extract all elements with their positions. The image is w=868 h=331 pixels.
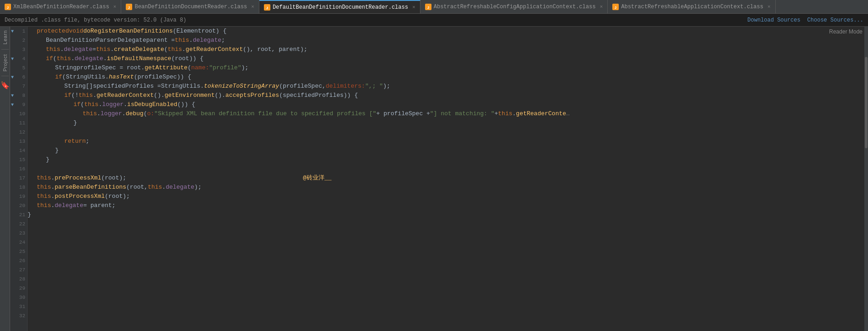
gutter-line-30: 30 — [10, 293, 27, 302]
sidebar-item-project[interactable]: Project — [1, 50, 9, 75]
code-line-4: if (this.delegate.isDefaultNamespace(roo… — [28, 54, 863, 63]
tab-abstractrefreshable[interactable]: J AbstractRefreshableApplicationContext.… — [608, 0, 775, 13]
code-line-11: } — [28, 118, 863, 128]
java-icon-2: J — [126, 4, 132, 10]
vertical-scrollbar[interactable] — [864, 27, 868, 331]
tab-beandocreader-close[interactable]: × — [251, 4, 254, 10]
reader-mode-label: Reader Mode — [829, 28, 862, 35]
gutter-line-8: ▼ 8 — [10, 91, 27, 100]
info-bar: Decompiled .class file, bytecode version… — [0, 14, 868, 27]
choose-sources-link[interactable]: Choose Sources... — [807, 17, 863, 23]
gutter-line-14: 14 — [10, 146, 27, 155]
gutter-line-28: 28 — [10, 275, 27, 284]
gutter-line-5: 5 — [10, 63, 27, 73]
code-line-9: if (this.logger.isDebugEnabled()) { — [28, 100, 863, 109]
code-line-10: this.logger.debug( o: "Skipped XML bean … — [28, 109, 863, 118]
code-editor[interactable]: Reader Mode protected void doRegisterBea… — [28, 27, 868, 331]
gutter-line-24: 24 — [10, 238, 27, 247]
gutter-line-27: 27 — [10, 265, 27, 275]
tab-abstractrefreshable-label: AbstractRefreshableApplicationContext.cl… — [621, 4, 763, 10]
code-line-12 — [28, 128, 863, 137]
code-line-1: protected void doRegisterBeanDefinitions… — [28, 27, 863, 36]
code-line-3: this.delegate = this.createDelegate(this… — [28, 45, 863, 54]
tab-abstractrefreshable-config-close[interactable]: × — [600, 4, 603, 10]
tab-abstractrefreshable-config[interactable]: J AbstractRefreshableConfigApplicationCo… — [420, 0, 608, 13]
gutter-line-15: 15 — [10, 155, 27, 164]
gutter-line-11: 11 — [10, 118, 27, 128]
panel-sep-1 — [1, 49, 9, 50]
svg-text:J: J — [427, 6, 429, 10]
gutter-line-32: 32 — [10, 311, 27, 320]
code-line-20: this.delegate = parent; — [28, 201, 863, 210]
svg-text:J: J — [7, 6, 9, 10]
info-bar-actions: Download Sources Choose Sources... — [747, 17, 863, 23]
java-icon: J — [5, 4, 11, 10]
sidebar-item-learn[interactable]: Learn — [1, 27, 9, 48]
gutter-line-21: 21 — [10, 210, 27, 219]
java-icon-5: J — [612, 4, 619, 10]
tab-beandocreader[interactable]: J BeanDefinitionDocumentReader.class × — [121, 0, 259, 13]
line-number-gutter: ▼ 1 2 3 ▼ 4 5 ▼ 6 7 ▼ 8 ▼ 9 — [10, 27, 28, 331]
code-line-16 — [28, 164, 863, 174]
main-layout: Learn Project 🔖 ▼ 1 2 3 ▼ 4 5 ▼ 6 7 — [0, 27, 868, 331]
gutter-line-19: 19 — [10, 192, 27, 201]
tab-abstractrefreshable-config-label: AbstractRefreshableConfigApplicationCont… — [434, 4, 596, 10]
code-line-17: this.preProcessXml(root); @砖业洋__ — [28, 174, 863, 183]
gutter-line-6: ▼ 6 — [10, 73, 27, 82]
gutter-line-31: 31 — [10, 302, 27, 311]
gutter-line-17: 17 — [10, 174, 27, 183]
scrollbar-thumb[interactable] — [865, 57, 868, 148]
gutter-line-16: 16 — [10, 164, 27, 174]
tab-bar: J XmlBeanDefinitionReader.class × J Bean… — [0, 0, 868, 14]
code-line-6: if (StringUtils.hasText(profileSpec)) { — [28, 73, 863, 82]
code-line-2: BeanDefinitionParserDelegate parent = th… — [28, 36, 863, 45]
fold-marker-8[interactable]: ▼ — [11, 93, 14, 98]
info-bar-text: Decompiled .class file, bytecode version… — [5, 17, 186, 23]
gutter-line-18: 18 — [10, 183, 27, 192]
svg-text:J: J — [266, 6, 269, 10]
sidebar-bookmark-icon[interactable]: 🔖 — [0, 81, 10, 90]
gutter-line-12: 12 — [10, 128, 27, 137]
java-icon-3: J — [264, 4, 270, 11]
tab-abstractrefreshable-close[interactable]: × — [767, 4, 771, 10]
gutter-line-26: 26 — [10, 256, 27, 265]
gutter-line-10: 10 — [10, 109, 27, 118]
gutter-line-7: 7 — [10, 82, 27, 91]
tab-defaultbeanreader-label: DefaultBeanDefinitionDocumentReader.clas… — [273, 4, 408, 11]
gutter-line-13: 13 — [10, 137, 27, 146]
code-line-19: this.postProcessXml(root); — [28, 192, 863, 201]
svg-text:J: J — [128, 6, 130, 10]
fold-marker-4[interactable]: ▼ — [11, 56, 14, 62]
code-line-13: return; — [28, 137, 863, 146]
fold-marker-9[interactable]: ▼ — [11, 102, 14, 107]
panel-sep-2 — [1, 76, 9, 76]
svg-text:J: J — [615, 6, 617, 10]
gutter-line-1: ▼ 1 — [10, 27, 27, 36]
tab-defaultbeanreader-close[interactable]: × — [412, 5, 415, 10]
code-line-7: String[] specifiedProfiles = StringUtils… — [28, 82, 863, 91]
tab-xmlbean[interactable]: J XmlBeanDefinitionReader.class × — [0, 0, 121, 13]
tab-xmlbean-close[interactable]: × — [113, 4, 117, 10]
code-line-8: if (!this.getReaderContext().getEnvironm… — [28, 91, 863, 100]
download-sources-link[interactable]: Download Sources — [747, 17, 800, 23]
fold-marker-6[interactable]: ▼ — [11, 75, 14, 80]
gutter-line-2: 2 — [10, 36, 27, 45]
gutter-line-9: ▼ 9 — [10, 100, 27, 109]
code-line-14: } — [28, 146, 863, 155]
tab-defaultbeanreader[interactable]: J DefaultBeanDefinitionDocumentReader.cl… — [259, 0, 420, 13]
java-icon-4: J — [425, 4, 431, 10]
gutter-line-4: ▼ 4 — [10, 54, 27, 63]
gutter-line-3: 3 — [10, 45, 27, 54]
code-line-18: this.parseBeanDefinitions(root, this.del… — [28, 183, 863, 192]
tab-beandocreader-label: BeanDefinitionDocumentReader.class — [134, 4, 247, 10]
gutter-line-29: 29 — [10, 284, 27, 293]
tab-xmlbean-label: XmlBeanDefinitionReader.class — [13, 4, 109, 10]
left-panel: Learn Project 🔖 — [0, 27, 10, 331]
code-line-21: } — [28, 210, 863, 219]
gutter-line-23: 23 — [10, 229, 27, 238]
gutter-line-20: 20 — [10, 201, 27, 210]
fold-marker-1[interactable]: ▼ — [11, 29, 14, 34]
code-line-5: String profileSpec = root.getAttribute( … — [28, 63, 863, 73]
watermark-text: @砖业洋__ — [303, 174, 331, 183]
gutter-line-22: 22 — [10, 219, 27, 229]
